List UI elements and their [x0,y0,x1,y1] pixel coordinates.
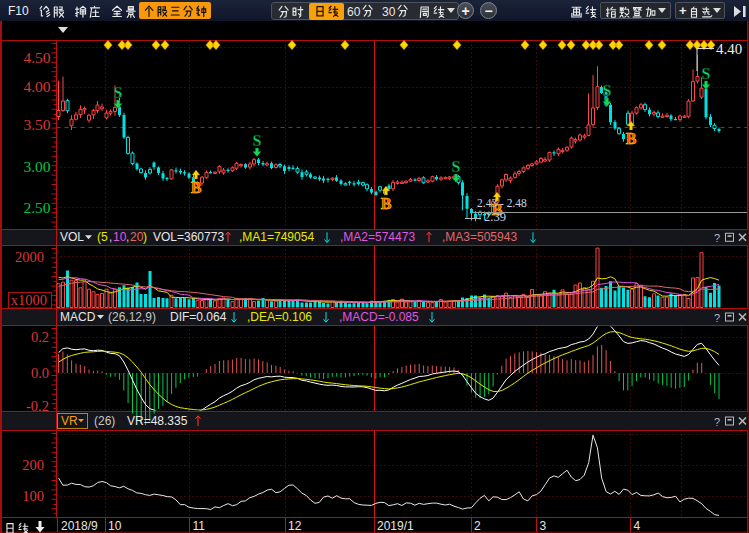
svg-text:?: ? [714,232,720,244]
svg-text:MACD: MACD [60,310,96,324]
svg-text:B: B [381,195,392,212]
svg-text:100: 100 [22,488,44,504]
svg-text:S: S [114,84,123,101]
svg-text:2.50: 2.50 [23,199,50,216]
svg-text:,DEA=0.106: ,DEA=0.106 [247,310,312,324]
svg-text:(5: (5 [97,230,108,244]
svg-text:2.43 - 2.48: 2.43 - 2.48 [477,197,527,209]
svg-text:?: ? [714,312,720,324]
svg-text:20: 20 [130,230,144,244]
svg-text:0.0: 0.0 [31,365,49,381]
svg-text:S: S [452,158,461,175]
svg-text:VR=48.335: VR=48.335 [127,414,188,428]
svg-text:11: 11 [193,519,206,533]
svg-text:2019/1: 2019/1 [377,519,414,533]
svg-text:,: , [109,230,112,244]
svg-text:,MA3=505943: ,MA3=505943 [442,230,517,244]
svg-text:0.2: 0.2 [31,329,49,345]
svg-text:,MA1=749054: ,MA1=749054 [239,230,314,244]
svg-text:4.50: 4.50 [23,49,50,66]
svg-text:?: ? [714,416,720,428]
svg-text:4.00: 4.00 [23,78,50,95]
svg-text:S: S [702,65,711,82]
svg-text:x1000: x1000 [11,292,47,308]
svg-text:12: 12 [288,519,302,533]
svg-text:4: 4 [634,519,641,533]
svg-text:-0.2: -0.2 [26,398,49,414]
svg-text:S: S [253,132,262,149]
svg-text:,: , [126,230,129,244]
svg-text:(26): (26) [94,414,115,428]
svg-text:B: B [626,130,637,147]
svg-text:2018/9: 2018/9 [61,519,98,533]
svg-text:,MACD=-0.085: ,MACD=-0.085 [339,310,419,324]
svg-text:10: 10 [113,230,127,244]
svg-text:200: 200 [22,457,44,473]
svg-text:3.50: 3.50 [23,116,50,133]
svg-text:2: 2 [474,519,481,533]
svg-text:2.39: 2.39 [484,210,506,224]
svg-text:): ) [143,230,147,244]
svg-text:VOL: VOL [60,230,84,244]
svg-text:2000: 2000 [15,249,44,265]
svg-text:3.00: 3.00 [23,158,50,175]
svg-text:VOL=360773: VOL=360773 [153,230,224,244]
svg-text:B: B [191,179,202,196]
svg-text:DIF=0.064: DIF=0.064 [170,310,227,324]
svg-text:S: S [603,82,612,99]
svg-text:VR: VR [61,414,78,428]
svg-text:(26,12,9): (26,12,9) [108,310,156,324]
svg-text:10: 10 [108,519,122,533]
svg-text:,MA2=574473: ,MA2=574473 [340,230,415,244]
svg-text:3: 3 [540,519,547,533]
svg-text:4.40: 4.40 [716,41,742,57]
